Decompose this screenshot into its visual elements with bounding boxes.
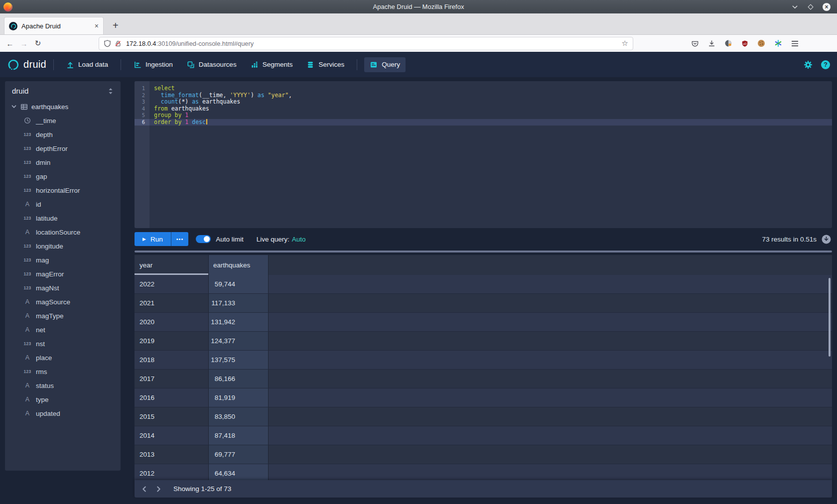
tree-column-updated[interactable]: A updated	[5, 406, 121, 420]
pagination-bar: Showing 1-25 of 73	[135, 480, 832, 498]
pocket-icon[interactable]	[691, 40, 699, 47]
string-type-icon: A	[22, 312, 33, 319]
code-line-5: group by 1	[149, 112, 832, 119]
line-number: 4	[135, 106, 149, 113]
nav-item-services[interactable]: Services	[301, 57, 350, 72]
table-icon	[20, 103, 28, 111]
column-header-year[interactable]: year	[135, 255, 209, 275]
reload-button[interactable]: ↻	[31, 39, 45, 48]
sql-editor[interactable]: 123456 select time_format(__time, 'YYYY'…	[135, 81, 832, 228]
tree-column-magType[interactable]: A magType	[5, 309, 121, 323]
druid-nav-bar: druid Load data Ingestion Datasources Se…	[0, 52, 837, 77]
tree-column-gap[interactable]: 123 gap	[5, 169, 121, 183]
table-row[interactable]: 2021 117,133	[135, 294, 832, 313]
download-results-icon[interactable]	[822, 235, 831, 244]
numeric-type-icon: 123	[22, 174, 33, 179]
cell-year: 2014	[135, 426, 209, 445]
nav-item-segments[interactable]: Segments	[245, 57, 298, 72]
string-type-icon: A	[22, 410, 33, 417]
tracking-shield-icon[interactable]	[104, 39, 111, 47]
ublock-icon[interactable]: uO	[741, 40, 748, 47]
tab-close-icon[interactable]: ×	[95, 22, 99, 29]
cell-earthquakes: 87,418	[209, 426, 269, 445]
table-row[interactable]: 2022 59,744	[135, 275, 832, 294]
insecure-lock-icon[interactable]	[115, 40, 122, 47]
tree-column-magSource[interactable]: A magSource	[5, 295, 121, 309]
cell-earthquakes: 124,377	[209, 332, 269, 350]
window-close-icon[interactable]: ×	[823, 3, 831, 11]
prev-page-icon[interactable]	[138, 482, 151, 496]
results-header: year earthquakes	[135, 255, 832, 275]
browser-tab-apache-druid[interactable]: Apache Druid ×	[4, 17, 104, 34]
cell-year: 2016	[135, 388, 209, 407]
tree-column-id[interactable]: A id	[5, 197, 121, 211]
cell-year: 2021	[135, 294, 209, 312]
tree-column-net[interactable]: A net	[5, 323, 121, 337]
tree-column-nst[interactable]: 123 nst	[5, 337, 121, 351]
druid-logo[interactable]: druid	[7, 58, 46, 71]
proxy-extension-icon[interactable]	[724, 39, 732, 47]
tree-column-dmin[interactable]: 123 dmin	[5, 155, 121, 169]
tree-column-latitude[interactable]: 123 latitude	[5, 211, 121, 225]
horizontal-scrollbar[interactable]	[135, 251, 832, 252]
table-row[interactable]: 2016 81,919	[135, 388, 832, 407]
schema-name: druid	[12, 87, 28, 95]
editor-code: select time_format(__time, 'YYYY') as "y…	[149, 81, 832, 228]
window-maximize-icon[interactable]	[807, 3, 815, 11]
line-number: 2	[135, 92, 149, 99]
tree-item-earthquakes[interactable]: earthquakes	[5, 100, 121, 114]
schema-sidebar: druid earthquakes __time 123 depth 123 d…	[5, 81, 121, 471]
nav-group-load: Load data	[61, 57, 114, 72]
table-row[interactable]: 2017 86,166	[135, 370, 832, 388]
tree-column-magNst[interactable]: 123 magNst	[5, 281, 121, 295]
cookie-extension-icon[interactable]	[757, 39, 765, 47]
table-row[interactable]: 2015 83,850	[135, 407, 832, 426]
tree-column-magError[interactable]: 123 magError	[5, 267, 121, 281]
bookmark-star-icon[interactable]: ☆	[622, 39, 628, 48]
tree-column-status[interactable]: A status	[5, 378, 121, 392]
tree-column-place[interactable]: A place	[5, 351, 121, 365]
toggle-switch	[196, 235, 211, 243]
tree-column-type[interactable]: A type	[5, 392, 121, 406]
auto-limit-toggle[interactable]: Auto limit	[196, 235, 244, 243]
run-more-button[interactable]: •••	[171, 232, 189, 246]
cell-earthquakes: 86,166	[209, 370, 269, 388]
vertical-scrollbar[interactable]	[829, 278, 831, 357]
menu-icon[interactable]	[791, 40, 799, 47]
nav-item-query[interactable]: Query	[364, 57, 406, 72]
back-button[interactable]: ←	[3, 39, 17, 48]
table-row[interactable]: 2013 69,777	[135, 445, 832, 464]
live-query-value[interactable]: Auto	[292, 236, 306, 243]
nav-item-load-data[interactable]: Load data	[61, 57, 114, 72]
table-row[interactable]: 2012 64,634	[135, 464, 832, 480]
tree-column-longitude[interactable]: 123 longitude	[5, 239, 121, 253]
downloads-icon[interactable]	[708, 40, 715, 47]
window-minimize-icon[interactable]	[791, 3, 799, 11]
tree-column-mag[interactable]: 123 mag	[5, 253, 121, 267]
tree-column-__time[interactable]: __time	[5, 114, 121, 127]
tree-column-depthError[interactable]: 123 depthError	[5, 141, 121, 155]
new-tab-button[interactable]: +	[113, 20, 119, 30]
tree-column-horizontalError[interactable]: 123 horizontalError	[5, 183, 121, 197]
forward-button[interactable]: →	[17, 39, 31, 48]
tree-column-locationSource[interactable]: A locationSource	[5, 225, 121, 239]
table-row[interactable]: 2014 87,418	[135, 426, 832, 445]
cell-year: 2022	[135, 275, 209, 293]
column-header-earthquakes[interactable]: earthquakes	[209, 255, 269, 275]
firefox-logo-icon	[3, 2, 12, 11]
nav-item-ingestion[interactable]: Ingestion	[128, 57, 178, 72]
tree-column-depth[interactable]: 123 depth	[5, 127, 121, 141]
url-bar[interactable]: 172.18.0.4:30109/unified-console.html#qu…	[99, 37, 633, 50]
table-row[interactable]: 2019 124,377	[135, 332, 832, 351]
next-page-icon[interactable]	[151, 482, 165, 496]
help-icon[interactable]: ?	[821, 60, 830, 69]
table-row[interactable]: 2020 131,942	[135, 313, 832, 332]
tree-column-rms[interactable]: 123 rms	[5, 365, 121, 378]
run-button[interactable]: ▶Run	[135, 232, 171, 246]
sort-columns-icon[interactable]	[108, 88, 114, 95]
table-row[interactable]: 2018 137,575	[135, 351, 832, 370]
numeric-type-icon: 123	[22, 341, 33, 346]
nav-item-datasources[interactable]: Datasources	[181, 57, 242, 72]
containers-icon[interactable]	[774, 39, 782, 47]
settings-gear-icon[interactable]	[804, 60, 813, 69]
